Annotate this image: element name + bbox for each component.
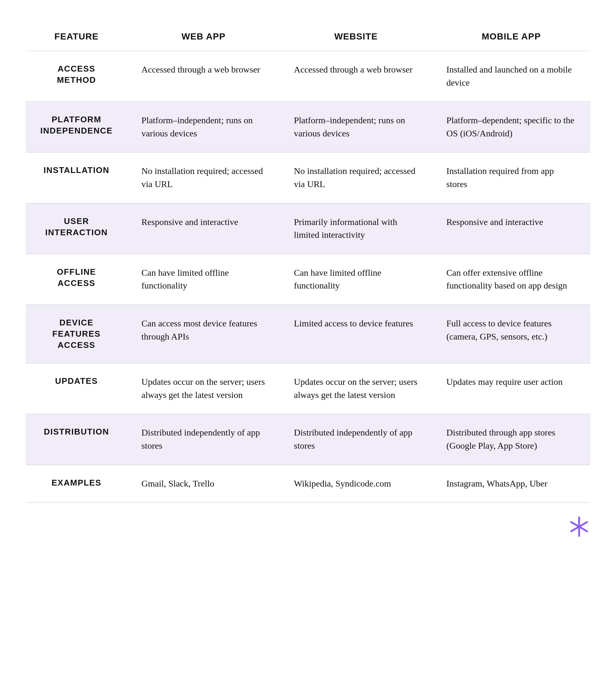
header-website: WEBSITE: [280, 19, 432, 51]
website-value-offline-access: Can have limited offline functionality: [280, 254, 432, 304]
website-value-platform-independence: Platform–independent; runs on various de…: [280, 102, 432, 153]
website-value-examples: Wikipedia, Syndicode.com: [280, 465, 432, 503]
website-value-installation: No installation required; accessed via U…: [280, 153, 432, 203]
website-value-user-interaction: Primarily informational with limited int…: [280, 203, 432, 254]
webapp-value-user-interaction: Responsive and interactive: [127, 203, 280, 254]
table-row-distribution: DISTRIBUTIONDistributed independently of…: [26, 414, 590, 465]
footer: [26, 503, 590, 539]
feature-label-offline-access: OFFLINE ACCESS: [26, 254, 127, 304]
webapp-value-distribution: Distributed independently of app stores: [127, 414, 280, 465]
feature-label-updates: UPDATES: [26, 363, 127, 414]
website-value-device-features: Limited access to device features: [280, 304, 432, 363]
feature-label-examples: EXAMPLES: [26, 465, 127, 503]
mobile-value-device-features: Full access to device features (camera, …: [432, 304, 590, 363]
feature-label-user-interaction: USER INTERACTION: [26, 203, 127, 254]
webapp-value-platform-independence: Platform–independent; runs on various de…: [127, 102, 280, 153]
header-mobile: MOBILE APP: [432, 19, 590, 51]
mobile-value-access-method: Installed and launched on a mobile devic…: [432, 51, 590, 102]
webapp-value-device-features: Can access most device features through …: [127, 304, 280, 363]
webapp-value-access-method: Accessed through a web browser: [127, 51, 280, 102]
mobile-value-user-interaction: Responsive and interactive: [432, 203, 590, 254]
header-feature: FEATURE: [26, 19, 127, 51]
table-header-row: FEATURE WEB APP WEBSITE MOBILE APP: [26, 19, 590, 51]
website-value-updates: Updates occur on the server; users alway…: [280, 363, 432, 414]
table-row-updates: UPDATESUpdates occur on the server; user…: [26, 363, 590, 414]
mobile-value-examples: Instagram, WhatsApp, Uber: [432, 465, 590, 503]
feature-label-distribution: DISTRIBUTION: [26, 414, 127, 465]
webapp-value-examples: Gmail, Slack, Trello: [127, 465, 280, 503]
website-value-access-method: Accessed through a web browser: [280, 51, 432, 102]
webapp-value-offline-access: Can have limited offline functionality: [127, 254, 280, 304]
table-row-installation: INSTALLATIONNo installation required; ac…: [26, 153, 590, 203]
feature-label-installation: INSTALLATION: [26, 153, 127, 203]
mobile-value-platform-independence: Platform–dependent; specific to the OS (…: [432, 102, 590, 153]
table-row-device-features: DEVICE FEATURES ACCESSCan access most de…: [26, 304, 590, 363]
table-body: ACCESS METHODAccessed through a web brow…: [26, 51, 590, 503]
feature-label-device-features: DEVICE FEATURES ACCESS: [26, 304, 127, 363]
feature-label-access-method: ACCESS METHOD: [26, 51, 127, 102]
asterisk-decoration: [568, 515, 590, 539]
header-webapp: WEB APP: [127, 19, 280, 51]
table-row-platform-independence: PLATFORM INDEPENDENCEPlatform–independen…: [26, 102, 590, 153]
page-wrapper: FEATURE WEB APP WEBSITE MOBILE APP ACCES…: [26, 19, 590, 539]
feature-label-platform-independence: PLATFORM INDEPENDENCE: [26, 102, 127, 153]
webapp-value-updates: Updates occur on the server; users alway…: [127, 363, 280, 414]
webapp-value-installation: No installation required; accessed via U…: [127, 153, 280, 203]
table-row-examples: EXAMPLESGmail, Slack, TrelloWikipedia, S…: [26, 465, 590, 503]
website-value-distribution: Distributed independently of app stores: [280, 414, 432, 465]
table-row-user-interaction: USER INTERACTIONResponsive and interacti…: [26, 203, 590, 254]
mobile-value-updates: Updates may require user action: [432, 363, 590, 414]
comparison-table: FEATURE WEB APP WEBSITE MOBILE APP ACCES…: [26, 19, 590, 503]
mobile-value-offline-access: Can offer extensive offline functionalit…: [432, 254, 590, 304]
mobile-value-distribution: Distributed through app stores (Google P…: [432, 414, 590, 465]
mobile-value-installation: Installation required from app stores: [432, 153, 590, 203]
table-row-offline-access: OFFLINE ACCESSCan have limited offline f…: [26, 254, 590, 304]
table-row-access-method: ACCESS METHODAccessed through a web brow…: [26, 51, 590, 102]
